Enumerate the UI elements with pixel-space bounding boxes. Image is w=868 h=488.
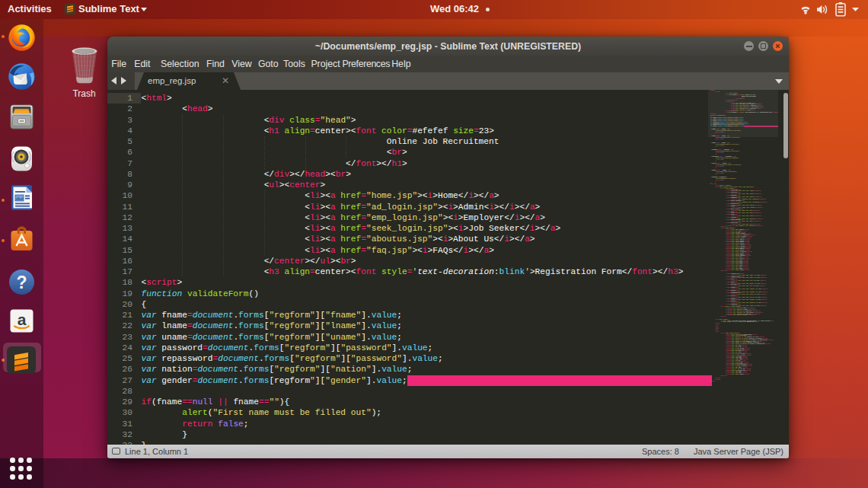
- svg-text:?: ?: [16, 272, 27, 292]
- svg-text:a: a: [18, 311, 27, 328]
